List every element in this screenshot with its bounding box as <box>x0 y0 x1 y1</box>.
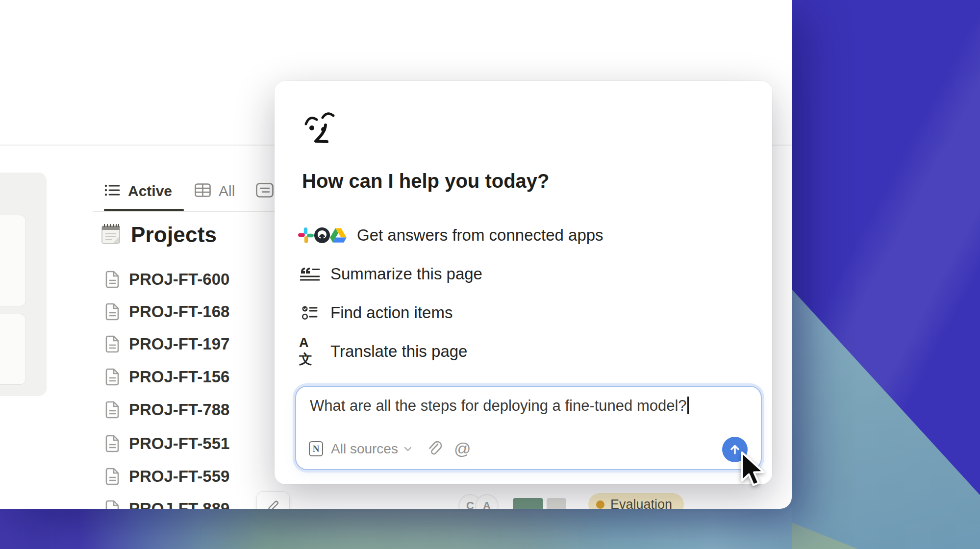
project-link[interactable]: PROJ-FT-600 <box>105 270 229 289</box>
active-tab-underline <box>104 209 184 211</box>
table-view-icon <box>195 183 211 199</box>
project-link[interactable]: PROJ-FT-559 <box>105 467 229 486</box>
source-row: N All sources @ <box>309 439 471 458</box>
tab-active-view[interactable]: Active <box>104 180 172 202</box>
menu-item-label: Translate this page <box>330 342 467 361</box>
evaluation-tag[interactable]: Evaluation <box>588 493 684 509</box>
menu-item-translate[interactable]: A文 Translate this page <box>297 338 467 365</box>
mouse-cursor <box>738 451 768 488</box>
quote-lines-icon <box>299 267 321 281</box>
menu-item-action-items[interactable]: Find action items <box>297 299 452 326</box>
text-caret <box>687 397 689 414</box>
avatar[interactable]: A <box>475 494 499 509</box>
board-card[interactable] <box>0 314 26 385</box>
notepad-emoji <box>101 223 121 247</box>
project-link[interactable]: PROJ-FT-168 <box>105 302 229 322</box>
project-link[interactable]: PROJ-FT-889 <box>105 499 229 509</box>
feed-view-icon <box>256 183 274 200</box>
edit-button[interactable] <box>256 491 290 509</box>
page-icon <box>105 303 120 321</box>
project-link[interactable]: PROJ-FT-156 <box>105 367 229 387</box>
ai-prompt-input[interactable]: What are all the steps for deploying a f… <box>295 386 762 470</box>
menu-item-connected-apps[interactable]: Get answers from connected apps <box>297 222 603 249</box>
todo-list-icon <box>299 305 321 320</box>
tab-all-view[interactable]: All <box>195 180 235 202</box>
wallpaper-bottom-strip <box>0 506 792 549</box>
paperclip-icon[interactable] <box>427 440 442 458</box>
menu-item-label: Summarize this page <box>330 265 482 283</box>
page-icon <box>105 500 120 509</box>
board-card[interactable] <box>0 215 26 306</box>
github-icon <box>313 226 331 244</box>
notion-ai-face-icon <box>303 111 343 150</box>
page-title: Projects <box>101 223 217 247</box>
ai-prompt-text: What are all the steps for deploying a f… <box>310 397 689 415</box>
google-drive-icon <box>329 227 347 244</box>
slack-icon <box>297 226 315 244</box>
tab-label: All <box>219 183 235 200</box>
notion-ai-dialog: How can I help you today? Get answers fr… <box>275 81 772 484</box>
notion-logo-icon: N <box>309 441 323 456</box>
translate-icon: A文 <box>299 335 321 368</box>
page-icon <box>105 468 120 485</box>
sources-dropdown-label[interactable]: All sources <box>331 441 398 457</box>
status-badge-green[interactable] <box>513 498 543 509</box>
page-icon <box>105 335 120 353</box>
project-link[interactable]: PROJ-FT-551 <box>105 434 229 453</box>
status-badge-gray[interactable] <box>547 498 566 509</box>
menu-item-label: Get answers from connected apps <box>357 226 603 245</box>
page-icon <box>105 401 120 419</box>
menu-item-summarize[interactable]: Summarize this page <box>297 260 482 288</box>
tab-feed-view[interactable] <box>256 180 274 202</box>
project-link[interactable]: PROJ-FT-197 <box>105 334 229 354</box>
page-icon <box>105 435 120 452</box>
ai-greeting: How can I help you today? <box>302 170 550 192</box>
list-view-icon <box>104 183 120 199</box>
page-icon <box>105 368 120 386</box>
tab-label: Active <box>128 183 172 200</box>
tag-dot <box>596 500 604 509</box>
page-title-text: Projects <box>131 223 217 247</box>
at-icon[interactable]: @ <box>454 439 471 458</box>
project-link[interactable]: PROJ-FT-788 <box>105 400 229 420</box>
page-icon <box>105 271 120 288</box>
menu-item-label: Find action items <box>330 303 452 322</box>
chevron-down-icon[interactable] <box>404 445 412 453</box>
pencil-icon <box>266 499 280 509</box>
